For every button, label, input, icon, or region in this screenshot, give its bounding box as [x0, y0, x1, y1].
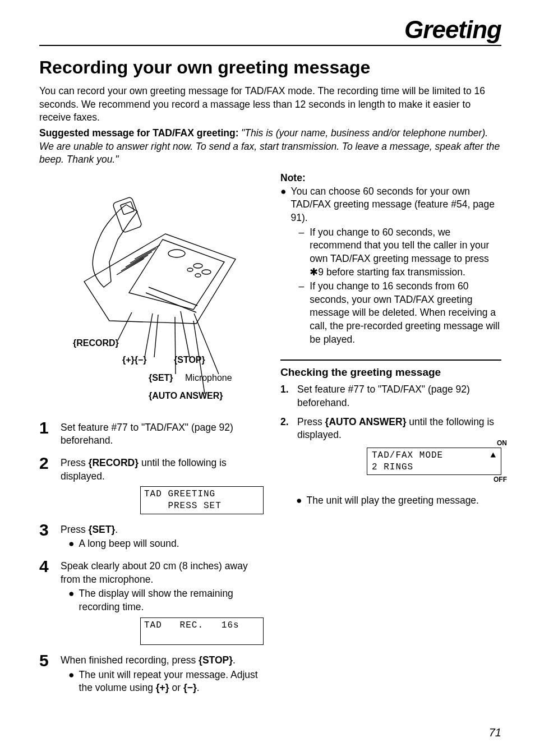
step-text: Speak clearly about 20 cm (8 inches) awa… [61, 560, 248, 585]
bullet-icon: ● [68, 537, 75, 551]
bullet-icon: ● [296, 494, 302, 508]
step-number: 5 [39, 652, 52, 695]
step-text-post: . [115, 524, 118, 535]
svg-line-10 [181, 311, 190, 357]
key-plus: {+} [156, 682, 169, 693]
step-number: 2. [280, 416, 292, 476]
note-dash2: If you change to 16 seconds from 60 seco… [310, 280, 501, 346]
label-set: {SET} [149, 373, 173, 383]
svg-line-7 [118, 312, 132, 340]
svg-point-0 [168, 250, 185, 257]
step-number: 2 [39, 455, 52, 514]
page-header: Greeting [39, 16, 501, 46]
bullet-icon: ● [68, 587, 75, 614]
bullet-icon: ● [280, 185, 287, 347]
suggested-label: Suggested message for TAD/FAX greeting: [39, 127, 239, 139]
svg-point-1 [193, 264, 202, 268]
device-figure: {RECORD} {+}{−} {STOP} {SET} Microphone … [50, 172, 252, 413]
step-number: 4 [39, 558, 52, 645]
step-body: Set feature #77 to "TAD/FAX" (page 92) b… [61, 421, 264, 448]
step-text: Press [61, 457, 89, 468]
divider [280, 359, 501, 361]
svg-line-9 [154, 315, 158, 357]
check-step-1: 1. Set feature #77 to "TAD/FAX" (page 92… [280, 383, 501, 409]
bullet-text-post: . [197, 682, 200, 693]
star-icon: ✱ [310, 266, 318, 278]
step-5: 5 When finished recording, press {STOP}.… [39, 654, 264, 695]
step-text: Press [61, 524, 89, 535]
dash-icon: – [299, 280, 305, 346]
label-microphone: Microphone [185, 373, 232, 383]
key-set: {SET} [89, 524, 116, 535]
off-label: OFF [494, 475, 507, 484]
checking-heading: Checking the greeting message [280, 366, 501, 379]
display-line1: TAD/FAX MODE [372, 450, 443, 460]
check-step-2: 2. Press {AUTO ANSWER} until the followi… [280, 416, 501, 476]
step-number: 1 [39, 420, 52, 448]
triangle-up-icon: ▲ [490, 450, 496, 462]
key-stop: {STOP} [199, 654, 233, 666]
step-text-pre: Press [297, 416, 325, 427]
note-heading: Note: [280, 172, 501, 184]
note-bullet-text: You can choose 60 seconds for your own T… [291, 186, 495, 223]
step-text: When finished recording, press [61, 654, 199, 666]
svg-point-4 [195, 274, 201, 277]
label-auto-answer: {AUTO ANSWER} [149, 391, 223, 401]
display-line2: 2 RINGS [372, 462, 496, 473]
dash-icon: – [299, 226, 305, 279]
step-1: 1 Set feature #77 to "TAD/FAX" (page 92)… [39, 421, 264, 448]
svg-line-8 [145, 314, 153, 357]
step-2: 2 Press {RECORD} until the following is … [39, 457, 264, 514]
bullet-text: A long beep will sound. [79, 537, 179, 551]
note-dash1-pre: If you change to 60 seconds, we recommen… [310, 227, 489, 264]
page-number: 71 [489, 726, 501, 739]
on-label: ON [497, 439, 507, 448]
lcd-display: TAD/FAX MODE▲ 2 RINGS [367, 448, 501, 476]
suggested-message-block: Suggested message for TAD/FAX greeting: … [39, 127, 501, 167]
key-minus: {−} [183, 682, 197, 693]
lcd-display: TAD GREETING PRESS SET [140, 486, 264, 514]
step-4: 4 Speak clearly about 20 cm (8 inches) a… [39, 560, 264, 645]
intro-paragraph: You can record your own greeting message… [39, 85, 501, 125]
note-dash1-post: 9 before starting fax transmission. [318, 266, 465, 278]
step-number: 1. [280, 383, 292, 409]
bullet-text-mid: or [169, 682, 183, 693]
key-record: {RECORD} [89, 457, 139, 468]
svg-point-3 [187, 268, 193, 271]
svg-line-11 [175, 317, 176, 374]
section-title: Recording your own greeting message [39, 57, 501, 78]
steps-list: 1 Set feature #77 to "TAD/FAX" (page 92)… [39, 421, 264, 695]
bullet-icon: ● [68, 669, 75, 695]
step-3: 3 Press {SET}. ● A long beep will sound. [39, 523, 264, 551]
label-stop: {STOP} [174, 355, 205, 365]
followup-text: The unit will play the greeting message. [307, 494, 479, 508]
step-text: Set feature #77 to "TAD/FAX" (page 92) b… [297, 383, 501, 409]
svg-rect-5 [113, 196, 142, 233]
bullet-text: The display will show the remaining reco… [79, 587, 264, 614]
step-number: 3 [39, 522, 52, 551]
label-record: {RECORD} [73, 338, 119, 348]
key-auto-answer: {AUTO ANSWER} [325, 416, 407, 427]
label-plus-minus: {+}{−} [122, 355, 147, 365]
lcd-display: TAD REC. 16s [140, 617, 264, 646]
step-text-post: . [233, 654, 236, 666]
svg-point-2 [202, 270, 211, 274]
